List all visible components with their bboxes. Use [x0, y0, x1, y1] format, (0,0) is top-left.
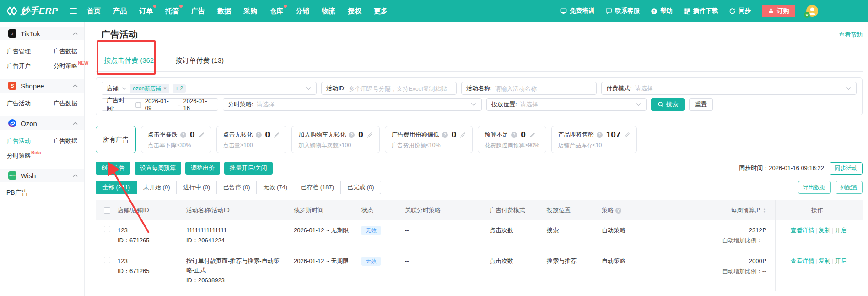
sidebar-item-shopee-ad-campaign[interactable]: 广告活动 — [7, 96, 31, 111]
nav-item-ads[interactable]: 广告 — [191, 5, 205, 17]
status-tab-archived[interactable]: 已存档 (187) — [294, 181, 341, 194]
cell-shop: 123ID：671265 — [118, 220, 186, 251]
view-detail-link[interactable]: 查看详情 — [791, 258, 814, 264]
sidebar-item-tiktok-ad-account[interactable]: 广告开户 — [7, 59, 31, 73]
enable-link[interactable]: 开启 — [835, 227, 846, 234]
sidebar-section-shopee[interactable]: S Shopee — [0, 79, 84, 93]
sidebar-item-shopee-ad-data[interactable]: 广告数据 — [54, 96, 77, 111]
sidebar-item-tiktok-time-strategy[interactable]: 分时策略NEW — [54, 59, 88, 73]
copy-link[interactable]: 复制 — [819, 258, 830, 264]
nav-item-products[interactable]: 产品 — [113, 5, 127, 17]
view-help-link[interactable]: 查看帮助 — [839, 31, 863, 39]
activity-name-input[interactable] — [495, 85, 592, 92]
stat-card-click-no-conversion[interactable]: 点击无转化0 点击量≥100 — [216, 126, 287, 153]
chat-bubble-icon — [605, 8, 612, 15]
export-data-button[interactable]: 导出数据 — [798, 181, 831, 194]
pay-mode-select[interactable]: 付费模式: 请选择 — [601, 82, 857, 95]
nav-item-more[interactable]: 更多 — [374, 5, 388, 17]
sidebar-section-ozon[interactable]: Ozon — [0, 116, 84, 130]
menu-collapse-icon[interactable] — [70, 8, 77, 14]
adjust-bid-button[interactable]: 调整出价 — [185, 162, 220, 175]
tab-pay-per-click[interactable]: 按点击付费 (362) — [103, 50, 157, 71]
column-config-button[interactable]: 列配置 — [836, 181, 863, 194]
tab-pay-per-order[interactable]: 按订单付费 (13) — [174, 50, 225, 71]
edit-pencil-icon[interactable] — [199, 132, 205, 138]
status-tab-running[interactable]: 进行中 (0) — [177, 181, 217, 194]
sidebar-item-ozon-ad-campaign[interactable]: 广告活动 — [7, 134, 31, 148]
nav-item-hosting[interactable]: 托管 — [165, 5, 179, 17]
ad-time-start[interactable]: 2026-01-09 — [145, 98, 175, 111]
edit-pencil-icon[interactable] — [624, 132, 630, 138]
edit-pencil-icon[interactable] — [367, 132, 373, 138]
plugin-download-link[interactable]: 插件下载 — [684, 7, 718, 15]
help-link-top[interactable]: ? 帮助 — [651, 7, 673, 15]
sidebar-section-wish[interactable]: wish Wish — [0, 169, 84, 182]
free-training-link[interactable]: 免费培训 — [560, 7, 594, 15]
col-linked-strategy: 关联分时策略 — [405, 206, 490, 214]
contact-service-link[interactable]: 联系客服 — [605, 7, 640, 15]
status-tab-all[interactable]: 全部 (261) — [96, 181, 137, 194]
stat-card-sold-out-soon[interactable]: 产品即将售罄107 店铺产品库存≤10 — [551, 126, 637, 153]
search-button[interactable]: 搜索 — [651, 98, 685, 111]
nav-item-distribution[interactable]: 分销 — [296, 5, 309, 17]
activity-name-field[interactable]: 活动名称: — [461, 82, 597, 95]
row-checkbox[interactable] — [104, 257, 110, 263]
view-detail-link[interactable]: 查看详情 — [791, 227, 814, 234]
nav-item-orders[interactable]: 订单 — [139, 5, 153, 17]
stat-card-ctr-drop[interactable]: 点击率暴跌0 点击率下降≥30% — [141, 126, 211, 153]
sidebar-item-ozon-ad-data[interactable]: 广告数据 — [54, 134, 77, 148]
status-tab-invalid[interactable]: 无效 (74) — [257, 181, 294, 194]
training-monitor-icon — [560, 8, 567, 15]
set-weekly-budget-button[interactable]: 设置每周预算 — [135, 162, 181, 175]
sidebar-item-ozon-time-strategy[interactable]: 分时策略Beta — [7, 148, 41, 163]
row-checkbox[interactable] — [104, 226, 110, 232]
cell-shop: 123ID：671265 — [118, 251, 186, 291]
user-avatar[interactable]: V — [806, 5, 818, 17]
edit-pencil-icon[interactable] — [460, 132, 466, 138]
sidebar-item-tiktok-ad-manage[interactable]: 广告管理 — [7, 44, 31, 59]
shop-tag[interactable]: ozon新店铺× — [130, 84, 169, 93]
copy-link[interactable]: 复制 — [819, 227, 830, 234]
status-tab-completed[interactable]: 已完成 (0) — [341, 181, 381, 194]
sync-activity-button[interactable]: 同步活动 — [830, 162, 863, 175]
question-circle-icon: ? — [651, 8, 658, 15]
ad-time-range-picker[interactable]: 广告时间: 2026-01-09 - 2026-01-16 — [102, 98, 218, 111]
shop-select[interactable]: 店铺 ozon新店铺× + 2 — [102, 82, 317, 95]
status-tab-not-started[interactable]: 未开始 (0) — [137, 181, 177, 194]
activity-id-field[interactable]: 活动ID: — [321, 82, 457, 95]
nav-item-logistics[interactable]: 物流 — [322, 5, 335, 17]
info-icon — [442, 132, 448, 138]
stat-card-low-ad-share[interactable]: 广告费用份额偏低0 广告费用份额≤10% — [385, 126, 473, 153]
create-ad-button[interactable]: 创建广告 — [96, 162, 130, 175]
nav-item-warehouse[interactable]: 仓库 — [270, 5, 283, 17]
nav-item-home[interactable]: 首页 — [87, 5, 101, 17]
shop-more-tag[interactable]: + 2 — [173, 84, 186, 93]
edit-pencil-icon[interactable] — [529, 132, 535, 138]
edit-pencil-icon[interactable] — [274, 132, 280, 138]
nav-item-purchase[interactable]: 采购 — [243, 5, 257, 17]
stat-card-cart-no-conversion[interactable]: 加入购物车无转化0 加入购物车次数≥100 — [291, 126, 380, 153]
nav-item-data[interactable]: 数据 — [217, 5, 231, 17]
sidebar-item-pb-ads[interactable]: PB广告 — [0, 182, 84, 203]
sync-link[interactable]: 同步 — [729, 7, 751, 15]
enable-link[interactable]: 开启 — [835, 258, 846, 264]
ad-time-end[interactable]: 2026-01-16 — [183, 98, 213, 111]
sidebar-item-tiktok-ad-data[interactable]: 广告数据 — [54, 44, 77, 59]
select-all-checkbox[interactable] — [104, 207, 110, 214]
sidebar-section-tiktok[interactable]: ♪ TikTok — [0, 27, 84, 40]
placement-select[interactable]: 投放位置: 请选择 — [486, 98, 647, 111]
time-strategy-select[interactable]: 分时策略: 请选择 — [223, 98, 482, 111]
subscribe-button[interactable]: 订购 — [762, 5, 795, 17]
reset-button[interactable]: 重置 — [689, 98, 713, 111]
tag-close-icon[interactable]: × — [163, 85, 167, 92]
status-tab-paused[interactable]: 已暂停 (0) — [217, 181, 257, 194]
sort-icon[interactable]: ▲▼ — [763, 208, 766, 213]
batch-toggle-button[interactable]: 批量开启/关闭 — [224, 162, 273, 175]
activity-id-input[interactable] — [349, 85, 452, 92]
nav-item-authorization[interactable]: 授权 — [348, 5, 361, 17]
avatar-v-badge: V — [804, 12, 810, 18]
plugin-grid-icon — [684, 8, 690, 15]
stat-card-insufficient-budget[interactable]: 预算不足0 花费超过周预算≥90% — [478, 126, 546, 153]
all-ads-card[interactable]: 所有广告 — [96, 126, 136, 153]
app-logo[interactable]: 妙手ERP — [6, 5, 58, 17]
